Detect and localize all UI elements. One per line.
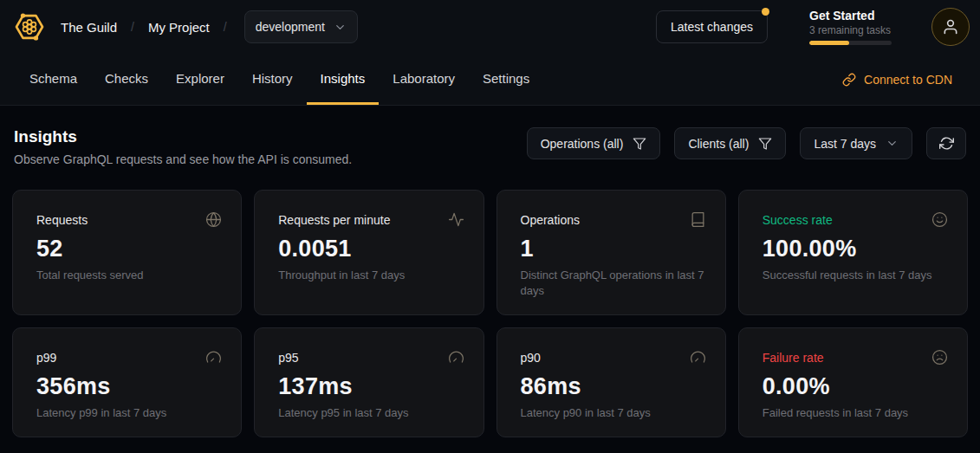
card-description: Latency p90 in last 7 days <box>521 405 706 421</box>
target-selector-dropdown[interactable]: development <box>244 10 358 43</box>
page-title: Insights <box>14 127 352 146</box>
card-value: 0.0051 <box>278 236 464 262</box>
smile-icon <box>931 211 948 228</box>
gauge-icon <box>205 349 222 366</box>
get-started-progress-fill <box>809 41 849 45</box>
card-value: 1 <box>521 236 706 262</box>
requests-per-minute-card: Requests per minute 0.0051 Throughput in… <box>254 190 484 315</box>
filters-toolbar: Operations (all) Clients (all) Last 7 da… <box>527 127 966 159</box>
target-selector-value: development <box>256 20 325 34</box>
card-title: Failure rate <box>763 349 824 365</box>
refresh-icon <box>939 136 954 151</box>
connect-to-cdn-label: Connect to CDN <box>864 73 952 87</box>
tab-history[interactable]: History <box>238 54 307 105</box>
user-icon <box>942 18 959 36</box>
refresh-button[interactable] <box>926 127 966 159</box>
top-bar-left: The Guild / My Project / development <box>12 10 358 44</box>
breadcrumb-separator: / <box>224 20 227 34</box>
p99-latency-card: p99 356ms Latency p99 in last 7 days <box>12 327 242 437</box>
notification-dot-icon <box>762 8 769 16</box>
tab-settings[interactable]: Settings <box>469 54 543 105</box>
card-description: Distinct GraphQL operations in last 7 da… <box>521 268 706 298</box>
card-title: Operations <box>521 211 580 227</box>
gauge-icon <box>448 349 464 366</box>
tab-schema[interactable]: Schema <box>16 54 91 105</box>
clients-filter-label: Clients (all) <box>688 137 749 151</box>
chevron-down-icon <box>886 137 899 150</box>
tab-insights[interactable]: Insights <box>307 54 380 105</box>
connect-to-cdn-link[interactable]: Connect to CDN <box>830 54 964 105</box>
card-value: 86ms <box>521 373 706 400</box>
chevron-down-icon <box>334 21 347 34</box>
tabs-bar: Schema Checks Explorer History Insights … <box>0 54 980 106</box>
date-range-dropdown[interactable]: Last 7 days <box>800 127 912 159</box>
gauge-icon <box>690 349 706 366</box>
get-started-progress-bar <box>809 41 892 45</box>
globe-icon <box>205 211 222 228</box>
page-subtitle: Observe GraphQL requests and see how the… <box>14 152 352 166</box>
book-icon <box>690 211 706 228</box>
p90-latency-card: p90 86ms Latency p90 in last 7 days <box>496 327 726 437</box>
card-description: Throughput in last 7 days <box>278 268 464 283</box>
card-value: 100.00% <box>763 236 948 262</box>
card-description: Successful requests in last 7 days <box>763 268 948 283</box>
card-title: p95 <box>278 349 298 365</box>
card-value: 137ms <box>278 373 464 400</box>
breadcrumb-organization[interactable]: The Guild <box>61 20 117 35</box>
card-title: Requests per minute <box>278 211 390 227</box>
card-title: Requests <box>36 211 88 227</box>
top-bar-right: Latest changes Get Started 3 remaining t… <box>656 8 970 46</box>
top-bar: The Guild / My Project / development Lat… <box>0 0 980 54</box>
date-range-label: Last 7 days <box>814 137 876 151</box>
card-description: Latency p99 in last 7 days <box>36 405 222 421</box>
breadcrumb-project[interactable]: My Project <box>148 20 210 35</box>
breadcrumb-separator: / <box>131 20 134 34</box>
card-description: Total requests served <box>36 268 222 283</box>
latest-changes-label: Latest changes <box>671 20 753 34</box>
avatar[interactable] <box>931 8 970 46</box>
card-value: 356ms <box>36 373 222 400</box>
operations-filter-label: Operations (all) <box>541 137 624 151</box>
get-started-remaining-tasks: 3 remaining tasks <box>809 24 892 36</box>
get-started-title: Get Started <box>809 9 892 23</box>
card-description: Failed requests in last 7 days <box>763 405 948 421</box>
requests-card: Requests 52 Total requests served <box>12 190 242 315</box>
breadcrumb: The Guild / My Project / development <box>61 10 358 43</box>
operations-filter-button[interactable]: Operations (all) <box>527 127 661 159</box>
card-description: Latency p95 in last 7 days <box>278 405 464 421</box>
card-title: Success rate <box>763 211 833 227</box>
activity-icon <box>448 211 464 228</box>
page-head-text: Insights Observe GraphQL requests and se… <box>14 127 352 166</box>
failure-rate-card: Failure rate 0.00% Failed requests in la… <box>738 327 968 437</box>
frown-icon <box>931 349 948 366</box>
card-title: p99 <box>36 349 56 365</box>
filter-icon <box>633 137 646 151</box>
card-value: 0.00% <box>763 373 948 400</box>
stats-cards-row-2: p99 356ms Latency p99 in last 7 days p95… <box>0 327 980 437</box>
operations-card: Operations 1 Distinct GraphQL operations… <box>496 190 726 315</box>
page-head: Insights Observe GraphQL requests and se… <box>0 106 980 166</box>
tab-checks[interactable]: Checks <box>91 54 162 105</box>
hive-logo-icon[interactable] <box>12 10 47 44</box>
clients-filter-button[interactable]: Clients (all) <box>674 127 786 159</box>
link-icon <box>842 73 856 87</box>
tab-laboratory[interactable]: Laboratory <box>379 54 469 105</box>
latest-changes-button[interactable]: Latest changes <box>656 10 768 43</box>
insights-page: Insights Observe GraphQL requests and se… <box>0 106 980 437</box>
filter-icon <box>758 137 772 151</box>
card-title: p90 <box>521 349 541 365</box>
p95-latency-card: p95 137ms Latency p95 in last 7 days <box>254 327 484 437</box>
success-rate-card: Success rate 100.00% Successful requests… <box>738 190 968 315</box>
get-started-widget[interactable]: Get Started 3 remaining tasks <box>809 9 892 45</box>
stats-cards-row-1: Requests 52 Total requests served Reques… <box>0 190 980 315</box>
tab-explorer[interactable]: Explorer <box>162 54 238 105</box>
card-value: 52 <box>36 236 222 262</box>
